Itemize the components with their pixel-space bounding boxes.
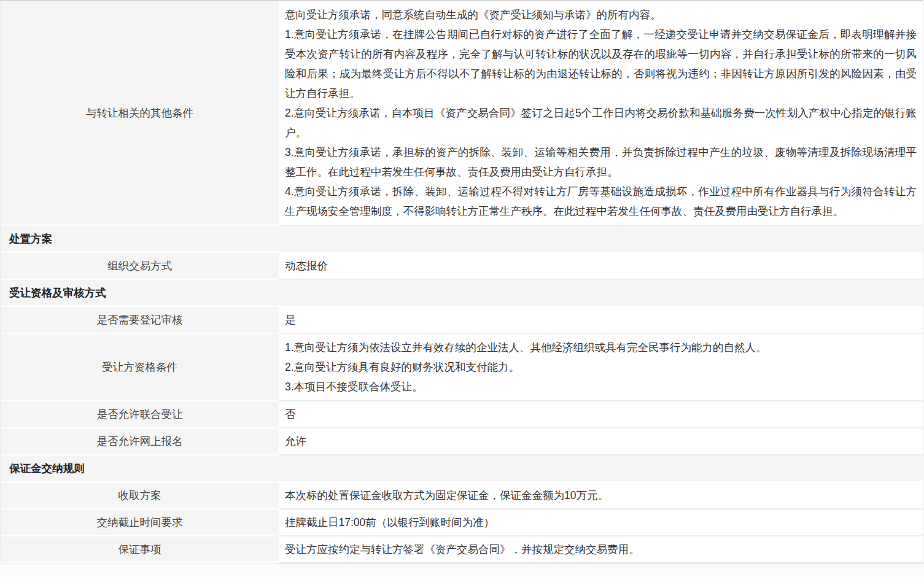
value-paragraph: 1.意向受让方须承诺，在挂牌公告期间已自行对标的资产进行了全面了解，一经递交受让… (285, 25, 917, 103)
table-row-collection-plan: 收取方案 本次标的处置保证金收取方式为固定保证金，保证金金额为10万元。 (1, 482, 923, 509)
row-label: 是否需要登记审核 (1, 307, 279, 334)
table-row-online-signup: 是否允许网上报名 允许 (1, 428, 923, 455)
table-row-qualification-conditions: 受让方资格条件 1.意向受让方须为依法设立并有效存续的企业法人、其他经济组织或具… (1, 334, 923, 401)
row-value: 否 (279, 401, 923, 428)
value-paragraph: 意向受让方须承诺，同意系统自动生成的《资产受让须知与承诺》的所有内容。 (285, 5, 917, 25)
row-value: 动态报价 (279, 253, 923, 280)
value-paragraph: 是 (285, 310, 296, 330)
table-row-registration-review: 是否需要登记审核 是 (1, 307, 923, 334)
row-label: 交纳截止时间要求 (1, 509, 279, 536)
row-value: 本次标的处置保证金收取方式为固定保证金，保证金金额为10万元。 (279, 482, 923, 509)
row-value: 挂牌截止日17:00前（以银行到账时间为准） (279, 509, 923, 536)
value-paragraph: 动态报价 (285, 256, 328, 276)
value-paragraph: 3.本项目不接受联合体受让。 (285, 377, 917, 397)
value-paragraph: 否 (285, 405, 296, 424)
section-title: 处置方案 (9, 231, 52, 246)
table-row-other-conditions: 与转让相关的其他条件 意向受让方须承诺，同意系统自动生成的《资产受让须知与承诺》… (1, 1, 923, 226)
value-paragraph: 4.意向受让方须承诺，拆除、装卸、运输过程不得对转让方厂房等基础设施造成损坏，作… (285, 182, 917, 221)
table-row-joint-transfer: 是否允许联合受让 否 (1, 401, 923, 428)
value-paragraph: 允许 (285, 432, 306, 451)
row-value: 允许 (279, 428, 923, 455)
row-label: 与转让相关的其他条件 (1, 1, 279, 226)
listing-detail-page: 与转让相关的其他条件 意向受让方须承诺，同意系统自动生成的《资产受让须知与承诺》… (0, 0, 924, 577)
section-header-deposit-rules: 保证金交纳规则 (1, 455, 923, 482)
transfer-conditions-table: 与转让相关的其他条件 意向受让方须承诺，同意系统自动生成的《资产受让须知与承诺》… (0, 0, 923, 564)
section-header-disposal-plan: 处置方案 (1, 226, 923, 253)
row-label: 受让方资格条件 (1, 334, 279, 401)
value-paragraph: 1.意向受让方须为依法设立并有效存续的企业法人、其他经济组织或具有完全民事行为能… (285, 338, 917, 357)
value-paragraph: 本次标的处置保证金收取方式为固定保证金，保证金金额为10万元。 (285, 486, 608, 505)
value-paragraph: 2.意向受让方须具有良好的财务状况和支付能力。 (285, 357, 917, 377)
table-row-payment-deadline: 交纳截止时间要求 挂牌截止日17:00前（以银行到账时间为准） (1, 509, 923, 536)
row-value: 受让方应按约定与转让方签署《资产交易合同》，并按规定交纳交易费用。 (279, 536, 923, 563)
row-label: 收取方案 (1, 482, 279, 509)
section-header-transferee-qualification: 受让资格及审核方式 (1, 280, 923, 307)
row-value: 是 (279, 307, 923, 334)
row-value: 意向受让方须承诺，同意系统自动生成的《资产受让须知与承诺》的所有内容。 1.意向… (279, 1, 923, 226)
table-row-guarantee-matters: 保证事项 受让方应按约定与转让方签署《资产交易合同》，并按规定交纳交易费用。 (1, 536, 923, 563)
value-paragraph: 受让方应按约定与转让方签署《资产交易合同》，并按规定交纳交易费用。 (285, 540, 640, 559)
table-row-trade-method: 组织交易方式 动态报价 (1, 253, 923, 280)
value-paragraph: 3.意向受让方须承诺，承担标的资产的拆除、装卸、运输等相关费用，并负责拆除过程中… (285, 142, 917, 182)
value-paragraph: 挂牌截止日17:00前（以银行到账时间为准） (285, 513, 494, 532)
row-label: 是否允许网上报名 (1, 428, 279, 455)
row-label: 保证事项 (1, 536, 279, 563)
section-title: 受让资格及审核方式 (9, 285, 106, 300)
section-title: 保证金交纳规则 (9, 461, 85, 476)
value-paragraph: 2.意向受让方须承诺，自本项目《资产交易合同》签订之日起5个工作日内将交易价款和… (285, 103, 917, 142)
row-label: 是否允许联合受让 (1, 401, 279, 428)
row-value: 1.意向受让方须为依法设立并有效存续的企业法人、其他经济组织或具有完全民事行为能… (279, 334, 923, 401)
row-label: 组织交易方式 (1, 253, 279, 280)
